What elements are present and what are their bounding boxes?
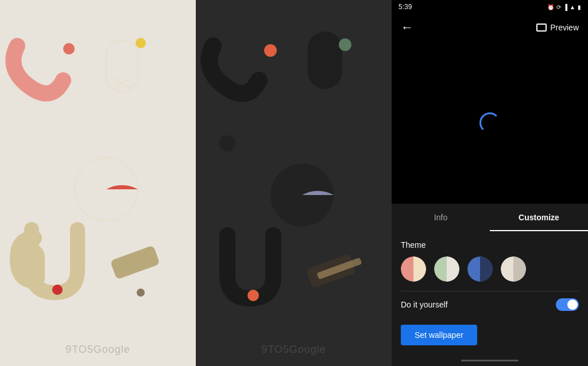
tab-info[interactable]: Info [392, 204, 490, 231]
svg-rect-7 [110, 245, 160, 279]
battery-icon: ▮ [578, 4, 581, 10]
svg-point-4 [136, 38, 146, 48]
wallpaper-preview-area [392, 41, 588, 204]
preview-icon [536, 24, 547, 32]
wifi-icon: ▲ [570, 4, 575, 10]
svg-point-11 [339, 38, 351, 51]
set-wallpaper-bar: Set wallpaper [392, 318, 588, 355]
svg-point-9 [264, 44, 277, 57]
theme-option-1[interactable] [401, 256, 426, 282]
back-button[interactable]: ← [401, 20, 413, 35]
diy-label: Do it yourself [401, 300, 448, 309]
left-watermark: 9TO5Google [65, 344, 130, 356]
status-bar: 5:39 ⏰ ⟳ ▐ ▲ ▮ [392, 0, 588, 14]
tabs-bar: Info Customize [392, 204, 588, 231]
theme-option-3[interactable] [467, 256, 493, 282]
theme-option-4[interactable] [501, 256, 526, 282]
right-panel: 5:39 ⏰ ⟳ ▐ ▲ ▮ ← Preview Info Customize … [392, 0, 588, 366]
alarm-icon: ⏰ [547, 4, 554, 10]
left-panel: 9TO5Google [0, 0, 196, 366]
diy-toggle[interactable] [556, 298, 579, 311]
middle-watermark: 9TO5Google [261, 344, 326, 356]
set-wallpaper-button[interactable]: Set wallpaper [401, 325, 477, 345]
svg-point-12 [219, 135, 235, 151]
svg-point-6 [52, 285, 63, 295]
middle-panel: 9TO5Google [196, 0, 392, 366]
loading-spinner [479, 112, 500, 133]
svg-rect-10 [308, 32, 342, 89]
status-icons: ⏰ ⟳ ▐ ▲ ▮ [547, 4, 581, 10]
theme-option-2[interactable] [434, 256, 459, 282]
status-time: 5:39 [399, 3, 412, 11]
diy-row: Do it yourself [401, 291, 579, 318]
svg-point-8 [137, 289, 145, 297]
preview-button[interactable]: Preview [536, 23, 579, 32]
rotation-icon: ⟳ [556, 4, 561, 10]
svg-point-14 [247, 290, 259, 301]
tab-customize[interactable]: Customize [490, 204, 588, 231]
preview-label: Preview [550, 23, 579, 32]
svg-point-0 [63, 43, 75, 54]
bottom-bar [392, 355, 588, 366]
theme-label: Theme [401, 240, 579, 250]
signal-icon: ▐ [563, 4, 567, 10]
home-indicator [461, 360, 519, 361]
theme-options [401, 256, 579, 282]
phone-header: ← Preview [392, 14, 588, 41]
customize-panel: Theme [392, 231, 588, 318]
